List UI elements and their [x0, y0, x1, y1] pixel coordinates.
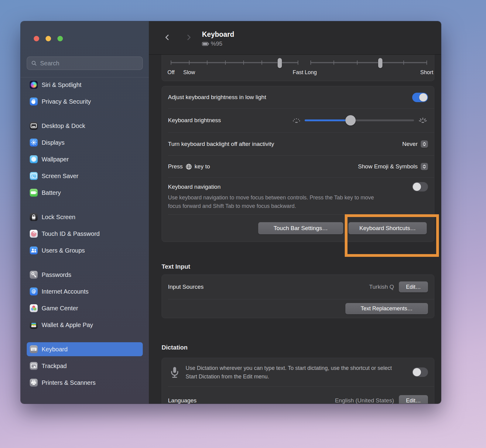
sidebar-item-screen-saver[interactable]: Screen Saver [27, 169, 143, 183]
input-sources-value: Turkish Q [369, 284, 394, 290]
text-input-card: Input Sources Turkish Q Edit… Text Repla… [162, 274, 434, 318]
sidebar-item-internet-accounts[interactable]: @Internet Accounts [27, 284, 143, 298]
slider-label: Short [420, 69, 433, 76]
sidebar-item-label: Battery [42, 189, 61, 196]
content-header: Keyboard %95 [149, 21, 441, 55]
slider-tick [426, 60, 427, 65]
sidebar-item-label: Game Center [42, 305, 78, 312]
slider-tick [262, 60, 262, 65]
text-input-section-title: Text Input [162, 263, 441, 270]
zoom-button[interactable] [57, 36, 63, 41]
back-button[interactable] [163, 33, 171, 41]
touch-bar-settings-button[interactable]: Touch Bar Settings… [258, 222, 343, 234]
keyboard-navigation-toggle[interactable] [412, 182, 428, 191]
sidebar-item-label: Keyboard [42, 346, 68, 353]
brightness-slider-handle[interactable] [345, 115, 356, 126]
sidebar-item-label: Passwords [42, 271, 71, 278]
sun-icon [30, 139, 38, 146]
window-controls [34, 36, 63, 41]
wallet-icon [30, 321, 38, 329]
press-key-stepper[interactable] [421, 163, 428, 170]
keyboard-shortcuts-button[interactable]: Keyboard Shortcuts… [348, 222, 427, 234]
slider-tick [298, 60, 298, 65]
svg-text:@: @ [32, 289, 36, 294]
press-key-value: Show Emoji & Symbols [358, 163, 418, 170]
sidebar-item-label: Desktop & Dock [42, 122, 85, 129]
text-replacements-button[interactable]: Text Replacements… [345, 303, 428, 314]
sidebar-item-trackpad[interactable]: Trackpad [27, 359, 143, 373]
backlight-off-label: Turn keyboard backlight off after inacti… [168, 141, 274, 147]
adjust-brightness-toggle[interactable] [412, 93, 428, 102]
screensaver-icon [30, 172, 38, 180]
delay-until-repeat-slider[interactable]: LongShort [311, 58, 427, 79]
languages-edit-button[interactable]: Edit… [399, 395, 428, 404]
slider-tick [207, 60, 207, 65]
siri-icon [30, 81, 38, 89]
at-icon: @ [30, 288, 38, 295]
keyboard-navigation-label: Keyboard navigation [168, 184, 221, 190]
sidebar-item-printers-scanners[interactable]: Printers & Scanners [27, 376, 143, 390]
globe-icon [185, 163, 193, 171]
slider-label: Long [305, 69, 317, 76]
adjust-brightness-label: Adjust keyboard brightness in low light [168, 94, 266, 101]
slider-handle[interactable] [278, 58, 282, 68]
close-button[interactable] [34, 36, 39, 41]
press-key-suffix: key to [195, 163, 210, 170]
sidebar-item-siri-spotlight[interactable]: Siri & Spotlight [27, 78, 143, 92]
sidebar-item-label: Siri & Spotlight [42, 81, 81, 88]
sidebar-item-users-groups[interactable]: Users & Groups [27, 243, 143, 257]
fingerprint-icon [30, 230, 38, 238]
sidebar-group-0: Siri & SpotlightPrivacy & Security [27, 78, 143, 109]
slider-tick [189, 60, 190, 65]
sidebar-item-label: Lock Screen [42, 214, 75, 221]
keyboard-navigation-description: Use keyboard navigation to move focus be… [168, 193, 375, 210]
input-sources-edit-button[interactable]: Edit… [399, 281, 428, 292]
microphone-icon [168, 366, 181, 379]
keyboard-brightness-slider[interactable] [305, 115, 414, 126]
sidebar-item-passwords[interactable]: Passwords [27, 268, 143, 282]
sidebar-item-label: Screen Saver [42, 173, 78, 180]
settings-scroll-area: OffSlowFast LongShort Adjust keyboard br… [149, 55, 441, 404]
sidebar-item-lock-screen[interactable]: Lock Screen [27, 210, 143, 224]
brightness-dim-icon [291, 115, 302, 126]
sidebar-item-game-center[interactable]: Game Center [27, 301, 143, 315]
sidebar-item-label: Wallet & Apple Pay [42, 322, 93, 329]
key-repeat-slider[interactable]: OffSlowFast [171, 58, 298, 79]
sidebar-item-label: Wallpaper [42, 156, 69, 163]
sidebar-item-privacy-security[interactable]: Privacy & Security [27, 95, 143, 109]
slider-tick [403, 60, 404, 65]
forward-button[interactable] [185, 33, 193, 41]
flower-icon [30, 155, 38, 163]
slider-label: Fast [293, 69, 303, 76]
slider-tick [243, 60, 244, 65]
keyboard-settings-card: Adjust keyboard brightness in low light … [162, 86, 434, 242]
press-key-prefix: Press [168, 163, 183, 170]
slider-label: Off [167, 69, 175, 76]
key-repeat-card: OffSlowFast LongShort [162, 55, 434, 81]
sidebar-item-keyboard[interactable]: Keyboard [27, 342, 143, 356]
sidebar-item-wallet-apple-pay[interactable]: Wallet & Apple Pay [27, 318, 143, 332]
sidebar-item-wallpaper[interactable]: Wallpaper [27, 152, 143, 166]
sidebar-item-touch-id-password[interactable]: Touch ID & Password [27, 227, 143, 241]
system-settings-window: Search Siri & SpotlightPrivacy & Securit… [21, 21, 441, 404]
sidebar-item-battery[interactable]: Battery [27, 186, 143, 200]
search-input[interactable]: Search [27, 57, 143, 70]
sidebar: Search Siri & SpotlightPrivacy & Securit… [21, 21, 149, 404]
keyboard-brightness-label: Keyboard brightness [168, 117, 221, 124]
sidebar-nav: Siri & SpotlightPrivacy & SecurityDeskto… [21, 77, 149, 404]
sidebar-item-desktop-dock[interactable]: Desktop & Dock [27, 119, 143, 133]
slider-handle[interactable] [378, 58, 382, 68]
slider-tick [310, 60, 311, 65]
key-icon [30, 271, 38, 279]
slider-tick [334, 60, 334, 65]
backlight-off-stepper[interactable] [421, 140, 428, 148]
dictation-toggle[interactable] [412, 367, 428, 377]
battery-icon [30, 189, 38, 197]
slider-tick [357, 60, 358, 65]
sidebar-item-label: Trackpad [42, 363, 67, 370]
slider-label: Slow [183, 69, 195, 76]
dictation-card: Use Dictation wherever you can type text… [162, 358, 434, 404]
minimize-button[interactable] [46, 36, 51, 41]
languages-label: Languages [168, 397, 197, 404]
sidebar-item-displays[interactable]: Displays [27, 136, 143, 150]
